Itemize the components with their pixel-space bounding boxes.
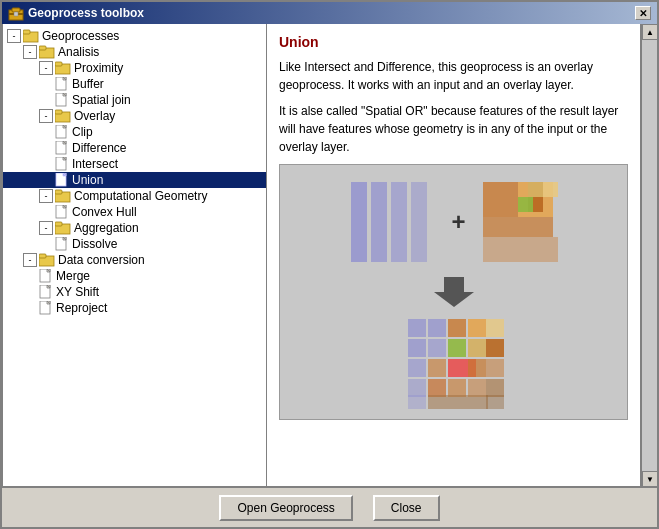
scroll-up-button[interactable]: ▲ (642, 24, 657, 40)
svg-rect-41 (483, 237, 558, 262)
tree-label-buffer: Buffer (72, 77, 104, 91)
svg-rect-35 (483, 217, 518, 237)
tree-panel[interactable]: - Geoprocesses - Analisis - P (2, 24, 267, 487)
tree-item-buffer[interactable]: Buffer (3, 76, 266, 92)
svg-rect-31 (391, 182, 407, 262)
tree-item-data-conversion[interactable]: - Data conversion (3, 252, 266, 268)
tree-item-overlay[interactable]: - Overlay (3, 108, 266, 124)
title-bar-left: Geoprocess toolbox (8, 5, 144, 21)
tree-label-intersect: Intersect (72, 157, 118, 171)
svg-rect-40 (518, 197, 533, 212)
svg-rect-62 (486, 379, 504, 397)
svg-rect-19 (55, 190, 62, 194)
tree-item-dissolve[interactable]: Dissolve (3, 236, 266, 252)
folder-icon-analisis (39, 45, 55, 59)
tree-item-aggregation[interactable]: - Aggregation (3, 220, 266, 236)
tree-item-union[interactable]: Union (3, 172, 266, 188)
folder-icon-overlay (55, 109, 71, 123)
tree-label-reproject: Reproject (56, 301, 107, 315)
tree-label-analisis: Analisis (58, 45, 99, 59)
svg-rect-46 (468, 319, 486, 337)
folder-icon-data-conversion (39, 253, 55, 267)
file-icon-dissolve (55, 237, 69, 251)
svg-rect-13 (55, 110, 62, 114)
file-icon-intersect (55, 157, 69, 171)
expand-comp-geometry[interactable]: - (39, 189, 53, 203)
diagram-top-row: + (349, 177, 557, 267)
tree-label-aggregation: Aggregation (74, 221, 139, 235)
svg-rect-60 (448, 379, 466, 397)
svg-rect-38 (543, 182, 558, 197)
file-icon-convex-hull (55, 205, 69, 219)
tree-label-comp-geometry: Computational Geometry (74, 189, 207, 203)
svg-rect-37 (528, 182, 543, 197)
expand-geoprocesses[interactable]: - (7, 29, 21, 43)
file-icon-reproject (39, 301, 53, 315)
toolbox-icon (8, 5, 24, 21)
expand-aggregation[interactable]: - (39, 221, 53, 235)
tree-item-difference[interactable]: Difference (3, 140, 266, 156)
tree-label-xy-shift: XY Shift (56, 285, 99, 299)
svg-rect-57 (486, 359, 504, 377)
svg-rect-47 (486, 319, 504, 337)
close-button-bottom[interactable]: Close (373, 495, 440, 521)
expand-analisis[interactable]: - (23, 45, 37, 59)
title-bar: Geoprocess toolbox ✕ (2, 2, 657, 24)
expand-data-conversion[interactable]: - (23, 253, 37, 267)
shape-result (406, 317, 501, 407)
tree-item-reproject[interactable]: Reproject (3, 300, 266, 316)
plus-sign: + (451, 208, 465, 236)
tree-label-dissolve: Dissolve (72, 237, 117, 251)
tree-item-clip[interactable]: Clip (3, 124, 266, 140)
scroll-track[interactable] (642, 40, 657, 471)
file-icon-merge (39, 269, 53, 283)
folder-icon-comp-geometry (55, 189, 71, 203)
svg-rect-25 (39, 254, 46, 258)
shape-input (349, 177, 439, 267)
tree-label-clip: Clip (72, 125, 93, 139)
svg-rect-22 (55, 222, 62, 226)
svg-rect-49 (428, 339, 446, 357)
svg-rect-45 (448, 319, 466, 337)
tree-label-union: Union (72, 173, 103, 187)
svg-rect-48 (408, 339, 426, 357)
svg-rect-61 (468, 379, 486, 397)
tree-item-convex-hull[interactable]: Convex Hull (3, 204, 266, 220)
close-button[interactable]: ✕ (635, 6, 651, 20)
tree-item-xy-shift[interactable]: XY Shift (3, 284, 266, 300)
tree-label-proximity: Proximity (74, 61, 123, 75)
svg-rect-32 (411, 182, 427, 262)
svg-rect-44 (428, 319, 446, 337)
tree-label-convex-hull: Convex Hull (72, 205, 137, 219)
tree-item-analisis[interactable]: - Analisis (3, 44, 266, 60)
tree-item-merge[interactable]: Merge (3, 268, 266, 284)
tree-item-comp-geometry[interactable]: - Computational Geometry (3, 188, 266, 204)
svg-rect-30 (371, 182, 387, 262)
file-icon-buffer (55, 77, 69, 91)
tree-item-geoprocesses[interactable]: - Geoprocesses (3, 28, 266, 44)
info-panel: Union Like Intersect and Difference, thi… (267, 24, 641, 487)
file-icon-union (55, 173, 69, 187)
info-para2: It is alse called "Spatial OR" because f… (279, 102, 628, 156)
tree-label-data-conversion: Data conversion (58, 253, 145, 267)
tree-label-overlay: Overlay (74, 109, 115, 123)
expand-overlay[interactable]: - (39, 109, 53, 123)
tree-item-spatial-join[interactable]: Spatial join (3, 92, 266, 108)
svg-rect-65 (486, 395, 504, 409)
file-icon-xy-shift (39, 285, 53, 299)
scroll-down-button[interactable]: ▼ (642, 471, 657, 487)
svg-rect-36 (518, 217, 553, 237)
svg-rect-1 (12, 8, 20, 12)
expand-proximity[interactable]: - (39, 61, 53, 75)
svg-rect-29 (351, 182, 367, 262)
svg-rect-5 (23, 30, 30, 34)
svg-rect-3 (14, 12, 18, 16)
tree-item-intersect[interactable]: Intersect (3, 156, 266, 172)
right-scrollbar[interactable]: ▲ ▼ (641, 24, 657, 487)
tree-label-merge: Merge (56, 269, 90, 283)
svg-rect-50 (448, 339, 466, 357)
tree-item-proximity[interactable]: - Proximity (3, 60, 266, 76)
open-geoprocess-button[interactable]: Open Geoprocess (219, 495, 352, 521)
svg-rect-58 (408, 379, 426, 397)
svg-marker-42 (434, 277, 474, 307)
